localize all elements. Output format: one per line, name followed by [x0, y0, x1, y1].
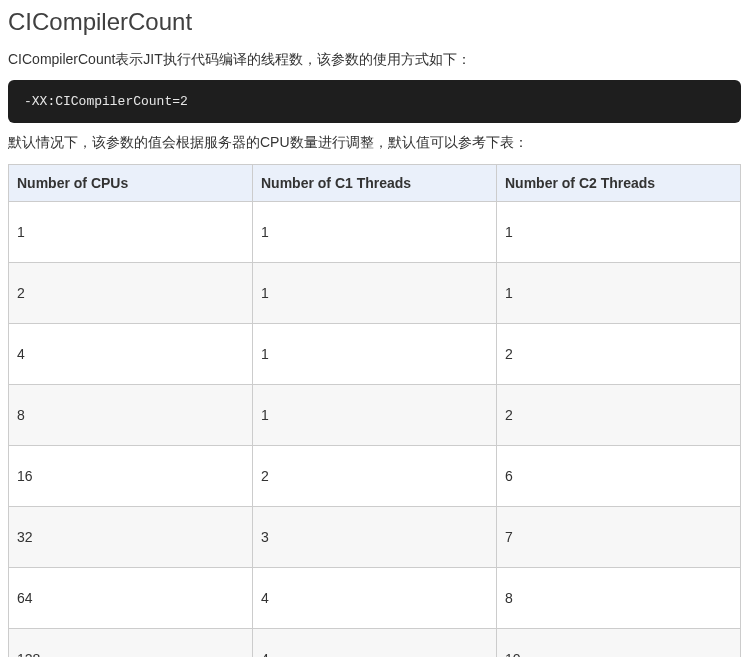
cell-c1: 1: [253, 323, 497, 384]
table-row: 16 2 6: [9, 445, 741, 506]
cell-c2: 6: [497, 445, 741, 506]
cell-c2: 10: [497, 628, 741, 657]
cell-c2: 1: [497, 201, 741, 262]
cell-c2: 1: [497, 262, 741, 323]
cpu-thread-table: Number of CPUs Number of C1 Threads Numb…: [8, 164, 741, 657]
cell-c1: 3: [253, 506, 497, 567]
code-block: -XX:CICompilerCount=2: [8, 80, 741, 123]
table-header-cpus: Number of CPUs: [9, 164, 253, 201]
cell-c1: 1: [253, 262, 497, 323]
cell-cpus: 64: [9, 567, 253, 628]
table-row: 2 1 1: [9, 262, 741, 323]
table-header-c1: Number of C1 Threads: [253, 164, 497, 201]
table-row: 1 1 1: [9, 201, 741, 262]
table-row: 128 4 10: [9, 628, 741, 657]
cell-c2: 8: [497, 567, 741, 628]
cell-cpus: 4: [9, 323, 253, 384]
table-row: 32 3 7: [9, 506, 741, 567]
table-row: 8 1 2: [9, 384, 741, 445]
cell-c1: 4: [253, 628, 497, 657]
cell-cpus: 1: [9, 201, 253, 262]
table-row: 4 1 2: [9, 323, 741, 384]
cell-c2: 2: [497, 384, 741, 445]
cell-c1: 4: [253, 567, 497, 628]
cell-cpus: 128: [9, 628, 253, 657]
cell-c1: 1: [253, 384, 497, 445]
table-row: 64 4 8: [9, 567, 741, 628]
table-header-c2: Number of C2 Threads: [497, 164, 741, 201]
cell-cpus: 32: [9, 506, 253, 567]
cell-c2: 2: [497, 323, 741, 384]
cell-cpus: 2: [9, 262, 253, 323]
cell-c2: 7: [497, 506, 741, 567]
table-body: 1 1 1 2 1 1 4 1 2 8 1 2 16 2 6 32 3 7: [9, 201, 741, 657]
intro-text: CICompilerCount表示JIT执行代码编译的线程数，该参数的使用方式如…: [8, 48, 741, 70]
page-title: CICompilerCount: [8, 8, 741, 36]
cell-cpus: 8: [9, 384, 253, 445]
table-intro-text: 默认情况下，该参数的值会根据服务器的CPU数量进行调整，默认值可以参考下表：: [8, 131, 741, 153]
cell-cpus: 16: [9, 445, 253, 506]
cell-c1: 2: [253, 445, 497, 506]
cell-c1: 1: [253, 201, 497, 262]
